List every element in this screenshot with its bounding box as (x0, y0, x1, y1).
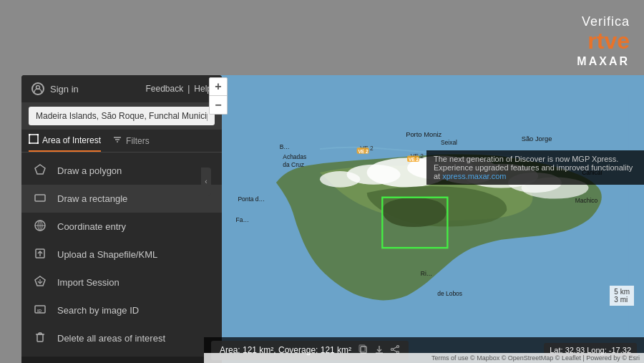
svg-marker-9 (35, 165, 45, 174)
svg-text:Ri…: Ri… (421, 270, 432, 277)
import-icon (33, 275, 47, 290)
svg-point-4 (29, 142, 31, 145)
import-session-label: Import Session (57, 277, 119, 288)
delete-areas-label: Delete all areas of interest (57, 333, 165, 344)
sign-in-area[interactable]: Sign in (31, 82, 79, 95)
map-container[interactable]: The next generation of Discover is now M… (204, 75, 644, 363)
map-svg: Porto Moniz São Jorge Achadas da Cruz VE… (204, 95, 644, 337)
search-input[interactable] (29, 107, 215, 125)
svg-point-33 (320, 171, 360, 188)
svg-text:Achadas: Achadas (283, 153, 306, 160)
svg-text:de Lobos: de Lobos (437, 290, 462, 297)
info-banner: The next generation of Discover is now M… (426, 150, 644, 185)
logo-area: Verifica rtve MAXAR (577, 14, 630, 68)
svg-point-2 (29, 134, 31, 136)
actions-bar: Actions ▲ (21, 357, 222, 363)
svg-text:Ponta d…: Ponta d… (238, 195, 265, 203)
chevron-left-icon: ‹ (205, 178, 207, 185)
delete-icon (33, 331, 47, 346)
svg-text:Fa…: Fa… (236, 216, 249, 223)
zoom-out-button[interactable]: − (209, 96, 228, 115)
menu-item-search-image-id[interactable]: ID Search by image ID (21, 296, 222, 324)
svg-text:VE 2: VE 2 (358, 149, 369, 154)
panel-header: Sign in Feedback | Help (21, 75, 222, 102)
search-image-id-label: Search by image ID (57, 305, 139, 316)
upload-icon (33, 247, 47, 262)
filters-icon (112, 135, 122, 147)
rtve-logo: rtve (577, 29, 630, 52)
zoom-in-button[interactable]: + (209, 77, 228, 96)
upload-shapefile-label: Upload a Shapefile/KML (57, 249, 157, 260)
svg-text:Machico: Machico (575, 197, 598, 204)
area-of-interest-label: Area of Interest (42, 135, 101, 145)
svg-rect-10 (35, 195, 45, 201)
menu-item-upload-shapefile[interactable]: Upload a Shapefile/KML (21, 241, 222, 268)
left-panel: Sign in Feedback | Help Area of Interest (21, 75, 222, 363)
svg-rect-21 (37, 334, 43, 342)
tab-area-of-interest[interactable]: Area of Interest (29, 134, 101, 152)
svg-text:São Jorge: São Jorge (522, 135, 552, 142)
filters-label: Filters (126, 136, 150, 146)
zoom-controls: + − (209, 77, 228, 115)
coordinate-entry-label: Coordinate entry (57, 221, 126, 232)
scale-mi: 3 mi (614, 296, 630, 304)
draw-rectangle-label: Draw a rectangle (57, 193, 127, 204)
svg-text:ID: ID (37, 309, 42, 313)
panel-tabs: Area of Interest Filters (21, 130, 222, 153)
header-links: Feedback | Help (145, 84, 212, 94)
svg-point-5 (37, 142, 39, 145)
menu-item-draw-polygon[interactable]: Draw a polygon (21, 157, 222, 185)
scale-bar: 5 km 3 mi (610, 286, 634, 306)
verifica-logo: Verifica (577, 14, 630, 29)
rectangle-icon (33, 191, 47, 206)
area-of-interest-icon (29, 134, 39, 146)
svg-text:da Cruz: da Cruz (283, 161, 304, 168)
svg-text:Seixal: Seixal (441, 139, 457, 146)
draw-polygon-label: Draw a polygon (57, 165, 122, 176)
header-divider: | (187, 84, 190, 94)
svg-point-58 (391, 348, 394, 350)
tab-filters[interactable]: Filters (112, 135, 150, 151)
attribution: Terms of use © Mapbox © OpenStreetMap © … (204, 353, 644, 363)
polygon-icon (33, 163, 47, 178)
svg-text:B…: B… (280, 143, 290, 150)
scale-km: 5 km (614, 288, 630, 296)
user-icon (31, 82, 44, 95)
svg-rect-1 (29, 135, 38, 143)
menu-list: Draw a polygon Draw a rectangle Coord (21, 153, 222, 357)
sign-in-label[interactable]: Sign in (50, 84, 79, 95)
svg-point-57 (397, 345, 399, 347)
info-banner-link[interactable]: xpress.maxar.com (442, 172, 506, 180)
maxar-logo: MAXAR (577, 55, 630, 68)
svg-point-3 (37, 134, 39, 136)
menu-item-delete-areas[interactable]: Delete all areas of interest (21, 324, 222, 352)
menu-item-draw-rectangle[interactable]: Draw a rectangle (21, 185, 222, 213)
search-bar (21, 102, 222, 130)
menu-item-import-session[interactable]: Import Session (21, 268, 222, 296)
coordinate-icon (33, 219, 47, 234)
svg-line-61 (394, 349, 397, 351)
image-id-icon: ID (33, 303, 47, 318)
svg-line-60 (394, 347, 397, 348)
svg-text:Porto Moniz: Porto Moniz (406, 131, 441, 138)
collapse-handle[interactable]: ‹ (201, 168, 211, 196)
feedback-link[interactable]: Feedback (145, 84, 183, 94)
svg-text:VE 2: VE 2 (409, 157, 419, 162)
menu-item-coordinate-entry[interactable]: Coordinate entry (21, 213, 222, 241)
